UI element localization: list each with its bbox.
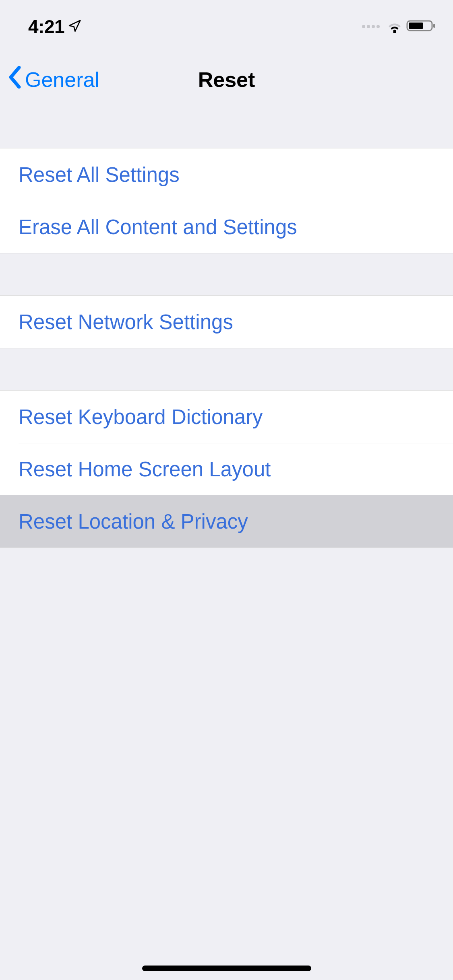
row-reset-home-screen-layout[interactable]: Reset Home Screen Layout: [0, 443, 453, 495]
chevron-left-icon: [8, 66, 23, 93]
nav-bar: General Reset: [0, 53, 453, 106]
status-time: 4:21: [28, 16, 81, 37]
row-erase-all-content[interactable]: Erase All Content and Settings: [0, 201, 453, 253]
section-other-resets: Reset Keyboard Dictionary Reset Home Scr…: [0, 390, 453, 548]
svg-point-1: [393, 30, 396, 33]
signal-dots-icon: [362, 25, 380, 28]
row-reset-network-settings[interactable]: Reset Network Settings: [0, 296, 453, 348]
row-label: Reset Location & Privacy: [19, 510, 248, 533]
status-right: [362, 19, 437, 35]
back-button[interactable]: General: [8, 66, 99, 93]
page-title: Reset: [198, 68, 255, 92]
svg-rect-3: [409, 23, 423, 29]
status-bar: 4:21: [0, 0, 453, 53]
wifi-icon: [386, 19, 403, 35]
battery-icon: [406, 19, 437, 35]
row-label: Reset Network Settings: [19, 310, 233, 334]
section-gap: [0, 253, 453, 295]
section-network: Reset Network Settings: [0, 295, 453, 348]
status-time-text: 4:21: [28, 16, 64, 37]
row-label: Reset All Settings: [19, 163, 180, 187]
home-indicator: [142, 966, 311, 971]
row-label: Reset Keyboard Dictionary: [19, 405, 263, 429]
row-label: Reset Home Screen Layout: [19, 457, 271, 481]
row-reset-keyboard-dictionary[interactable]: Reset Keyboard Dictionary: [0, 391, 453, 443]
row-label: Erase All Content and Settings: [19, 215, 297, 239]
svg-rect-4: [433, 24, 435, 28]
section-gap: [0, 348, 453, 390]
back-label: General: [25, 68, 99, 92]
section-gap: [0, 106, 453, 148]
row-reset-all-settings[interactable]: Reset All Settings: [0, 148, 453, 201]
section-reset-main: Reset All Settings Erase All Content and…: [0, 148, 453, 253]
row-reset-location-privacy[interactable]: Reset Location & Privacy: [0, 495, 453, 548]
svg-marker-0: [69, 21, 80, 31]
location-services-icon: [68, 16, 81, 37]
